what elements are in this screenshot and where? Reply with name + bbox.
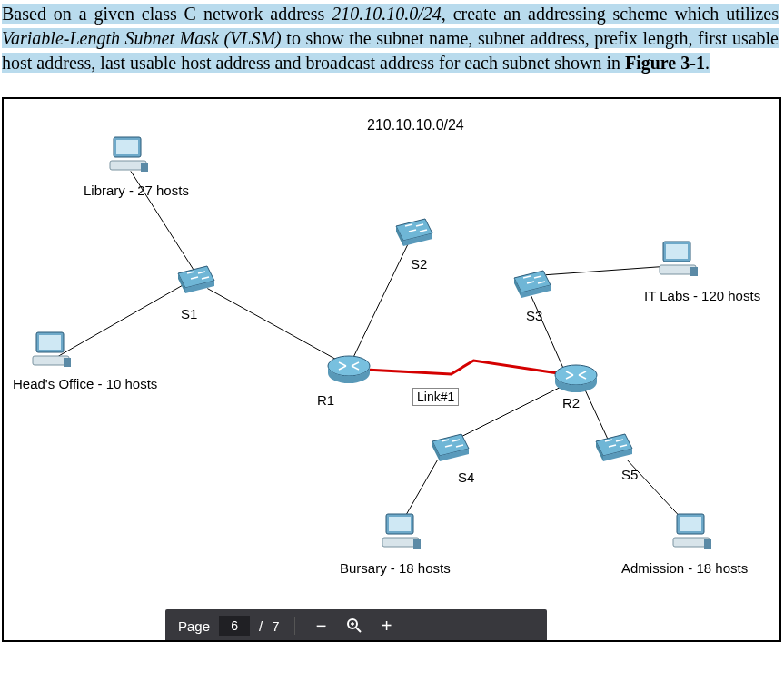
- switch-s3-icon: [512, 267, 552, 300]
- network-wires: [4, 99, 779, 640]
- svg-rect-11: [116, 140, 138, 154]
- question-text: Based on a given class C network address…: [0, 0, 784, 77]
- svg-rect-23: [389, 517, 411, 531]
- zoom-out-button[interactable]: −: [310, 614, 333, 638]
- switch-s3-label: S3: [526, 308, 542, 323]
- svg-line-4: [528, 289, 564, 370]
- pdf-toolbar: Page / 7 − +: [165, 609, 547, 642]
- svg-rect-29: [704, 539, 711, 549]
- pc-bursary-icon: [381, 512, 424, 552]
- pc-headoffice-icon: [31, 331, 74, 371]
- switch-s1-icon: [176, 262, 216, 295]
- svg-rect-17: [64, 358, 71, 367]
- q-fig: Figure 3-1: [625, 53, 705, 73]
- pc-library-label: Library - 27 hosts: [84, 183, 189, 198]
- pc-itlabs-label: IT Labs - 120 hosts: [644, 288, 760, 303]
- switch-s5-label: S5: [621, 467, 638, 482]
- pc-library-icon: [108, 135, 152, 175]
- page-label: Page: [178, 618, 210, 634]
- pc-admission-label: Admission - 18 hosts: [621, 560, 748, 576]
- switch-s5-icon: [594, 430, 634, 463]
- router-r2-icon: [553, 362, 599, 393]
- svg-rect-19: [666, 244, 688, 259]
- q-part1: Based on a given class C network address: [2, 4, 332, 24]
- switch-s2-label: S2: [411, 256, 427, 272]
- q-part2a: , create an addressing scheme which util…: [442, 4, 779, 24]
- svg-line-76: [356, 628, 361, 632]
- svg-line-5: [546, 266, 672, 275]
- svg-line-3: [352, 239, 411, 361]
- svg-rect-25: [413, 539, 421, 549]
- page-current-input[interactable]: [219, 616, 250, 636]
- router-r1-icon: [326, 353, 372, 384]
- svg-rect-15: [39, 335, 61, 350]
- toolbar-divider: [294, 617, 295, 635]
- pc-headoffice-label: Head's Office - 10 hosts: [13, 376, 157, 391]
- svg-line-1: [58, 284, 184, 356]
- svg-point-70: [555, 365, 597, 385]
- router-r1-label: R1: [317, 392, 334, 408]
- svg-rect-13: [141, 163, 148, 172]
- svg-point-65: [328, 356, 370, 376]
- magnifier-icon: [346, 618, 362, 634]
- pc-bursary-label: Bursary - 18 hosts: [340, 560, 451, 576]
- switch-s2-icon: [394, 215, 434, 248]
- switch-s4-label: S4: [458, 470, 474, 485]
- q-addr: 210.10.10.0/24: [332, 4, 442, 24]
- svg-rect-21: [690, 267, 698, 276]
- svg-rect-27: [680, 517, 701, 531]
- page-sep: /: [259, 618, 263, 634]
- q-vlsm: Variable-Length Subnet Mask (VLSM): [2, 28, 282, 48]
- page-total: 7: [272, 618, 279, 634]
- switch-s4-icon: [431, 430, 471, 463]
- pc-itlabs-icon: [658, 240, 701, 280]
- switch-s1-label: S1: [181, 306, 197, 321]
- link1-label: Link#1: [412, 388, 459, 406]
- zoom-reset-button[interactable]: [342, 614, 366, 638]
- svg-line-2: [207, 289, 338, 361]
- network-address-label: 210.10.10.0/24: [367, 117, 464, 133]
- zoom-in-button[interactable]: +: [375, 614, 399, 638]
- figure-3-1: 210.10.10.0/24 Library - 27 hosts Head's…: [2, 97, 781, 642]
- pc-admission-icon: [671, 512, 715, 552]
- router-r2-label: R2: [562, 395, 580, 410]
- q-part4: .: [705, 53, 710, 73]
